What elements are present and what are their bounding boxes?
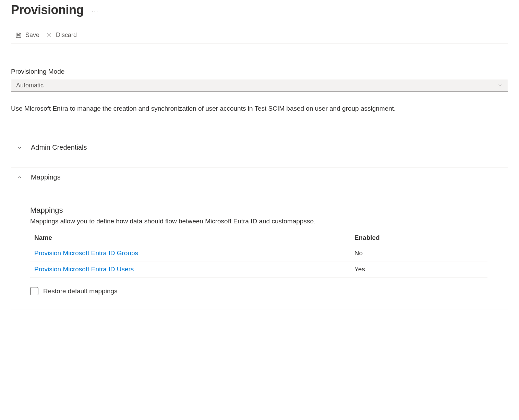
table-header-name: Name [30,231,350,245]
admin-credentials-section: Admin Credentials [11,138,508,157]
page-title: Provisioning [11,3,84,17]
discard-label: Discard [56,32,77,39]
restore-default-checkbox[interactable] [30,287,38,295]
chevron-up-icon [16,174,23,181]
mappings-header[interactable]: Mappings [11,168,508,187]
chevron-down-icon [497,82,503,88]
save-label: Save [25,32,39,39]
mapping-enabled-value: No [350,245,487,261]
mappings-title: Mappings [31,173,61,181]
toolbar: Save Discard [11,21,508,44]
admin-credentials-header[interactable]: Admin Credentials [11,138,508,157]
provisioning-mode-label: Provisioning Mode [11,68,508,75]
provisioning-mode-value: Automatic [16,82,44,89]
close-icon [46,32,52,39]
mappings-subtitle: Mappings [30,206,508,215]
mapping-link-groups[interactable]: Provision Microsoft Entra ID Groups [34,249,138,257]
table-row: Provision Microsoft Entra ID Users Yes [30,261,487,277]
admin-credentials-title: Admin Credentials [31,144,87,151]
save-icon [15,32,22,39]
save-button[interactable]: Save [15,32,39,39]
table-row: Provision Microsoft Entra ID Groups No [30,245,487,261]
more-menu-icon[interactable]: ⋯ [92,7,99,15]
mapping-enabled-value: Yes [350,261,487,277]
mappings-table: Name Enabled Provision Microsoft Entra I… [30,231,487,277]
restore-default-label: Restore default mappings [43,287,118,295]
mappings-description: Mappings allow you to define how data sh… [30,218,508,225]
chevron-down-icon [16,145,23,151]
provisioning-mode-select[interactable]: Automatic [11,79,508,92]
mapping-link-users[interactable]: Provision Microsoft Entra ID Users [34,265,134,273]
table-header-enabled: Enabled [350,231,487,245]
mappings-section: Mappings Mappings Mappings allow you to … [11,168,508,309]
discard-button[interactable]: Discard [46,32,77,39]
provisioning-description: Use Microsoft Entra to manage the creati… [11,103,508,114]
